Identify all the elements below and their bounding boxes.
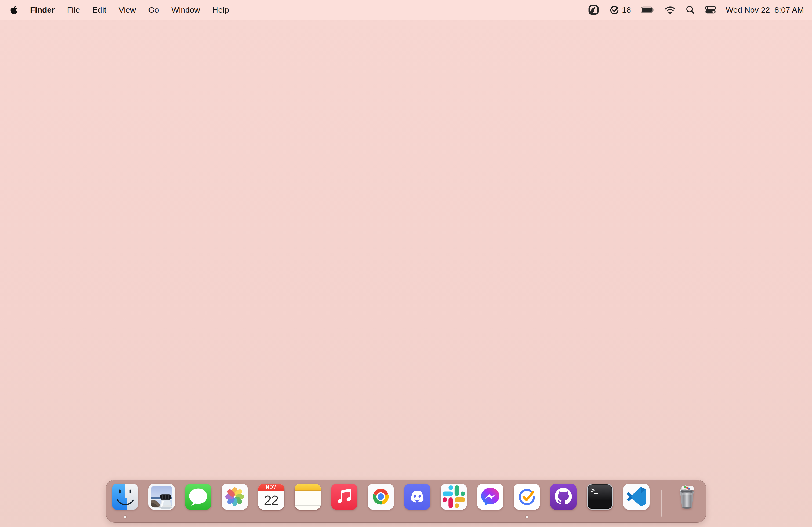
menu-bar-clock[interactable]: Wed Nov 22 8:07 AM: [726, 5, 804, 15]
dock-icon-music[interactable]: [331, 483, 358, 510]
dock-icon-terminal[interactable]: >_: [587, 483, 613, 510]
menu-help[interactable]: Help: [213, 0, 229, 19]
spotlight-icon[interactable]: [685, 5, 695, 15]
terminal-prompt-glyph: >_: [591, 486, 598, 494]
badge-count: 18: [622, 5, 631, 15]
dock-icon-github[interactable]: [550, 483, 577, 510]
menu-view[interactable]: View: [119, 0, 136, 19]
task-check-icon: [609, 4, 620, 16]
apple-icon: [10, 5, 18, 15]
dock-icon-discord[interactable]: [404, 483, 431, 510]
pick-shape-icon[interactable]: [588, 4, 599, 15]
app-menu-finder[interactable]: Finder: [30, 0, 55, 19]
menu-bar: Finder File Edit View Go Window Help 18: [0, 0, 812, 19]
dock-icon-finder[interactable]: [112, 483, 138, 510]
calendar-day: 22: [258, 491, 284, 510]
wifi-icon[interactable]: [665, 6, 676, 14]
menu-edit[interactable]: Edit: [92, 0, 106, 19]
dock: NOV 22: [106, 480, 706, 523]
dock-icon-chrome[interactable]: [367, 483, 394, 510]
battery-icon[interactable]: [641, 6, 655, 13]
dock-icon-calendar[interactable]: NOV 22: [258, 483, 284, 510]
menu-bar-left: Finder File Edit View Go Window Help: [0, 0, 229, 19]
running-indicator: [124, 516, 127, 518]
dock-icon-vscode[interactable]: [623, 483, 650, 510]
dock-icon-preview[interactable]: [148, 483, 175, 510]
menu-window[interactable]: Window: [171, 0, 200, 19]
desktop: Finder File Edit View Go Window Help 18: [0, 0, 812, 527]
dock-icon-ticktick[interactable]: [514, 483, 540, 510]
dock-icon-slack[interactable]: [441, 483, 467, 510]
dock-divider: [661, 490, 662, 516]
apple-menu[interactable]: [10, 5, 18, 15]
notes-lines: [294, 491, 321, 510]
dock-icon-messenger[interactable]: [477, 483, 504, 510]
dock-icon-messages[interactable]: [185, 483, 211, 510]
menu-go[interactable]: Go: [148, 0, 159, 19]
dock-icon-trash[interactable]: [674, 483, 700, 510]
control-center-icon[interactable]: [705, 6, 716, 14]
dock-icon-notes[interactable]: [294, 483, 321, 510]
notes-header: [294, 483, 321, 491]
calendar-month: NOV: [258, 483, 284, 491]
menu-file[interactable]: File: [67, 0, 80, 19]
dock-icon-photos[interactable]: [221, 483, 248, 510]
loupe-icon: [159, 494, 172, 509]
menu-bar-status: 18 Wed Nov 22 8:07 AM: [588, 4, 812, 16]
running-indicator: [526, 516, 528, 518]
task-menu-extra[interactable]: 18: [609, 4, 631, 16]
